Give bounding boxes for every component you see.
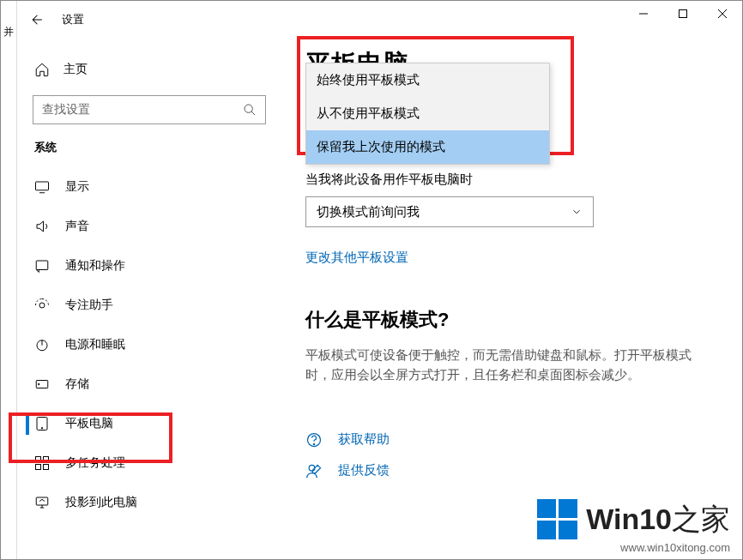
what-is-heading: 什么是平板模式?: [305, 307, 734, 333]
sidebar-item-label: 声音: [65, 219, 89, 234]
sidebar-item-label: 存储: [65, 376, 89, 392]
maximize-button[interactable]: [663, 1, 703, 27]
select-value: 切换模式前询问我: [317, 204, 420, 220]
dropdown-option-keep-last[interactable]: 保留我上次使用的模式: [306, 130, 549, 164]
sidebar-item-label: 平板电脑: [65, 416, 113, 431]
chevron-down-icon: [571, 206, 583, 218]
settings-window: 并 设置 主页 查找设置 系统 显示 声音: [0, 0, 743, 560]
sidebar-item-label: 显示: [65, 179, 89, 195]
tablet-mode-dropdown[interactable]: 始终使用平板模式 从不使用平板模式 保留我上次使用的模式: [305, 63, 550, 165]
home-label: 主页: [63, 62, 88, 77]
get-help-row[interactable]: 获取帮助: [305, 431, 734, 449]
dropdown-option-always[interactable]: 始终使用平板模式: [306, 63, 549, 97]
watermark-brand2: 之家: [672, 503, 730, 535]
multitask-icon: [34, 455, 50, 471]
sidebar-item-notifications[interactable]: 通知和操作: [26, 246, 283, 286]
what-is-body: 平板模式可使设备便于触控，而无需借助键盘和鼠标。打开平板模式时，应用会以全屏方式…: [305, 345, 700, 385]
watermark-brand1: Win10: [586, 503, 672, 535]
sublabel-when-tablet: 当我将此设备用作平板电脑时: [305, 172, 734, 188]
svg-point-8: [39, 383, 40, 385]
svg-point-17: [313, 443, 314, 444]
sidebar-item-multitask[interactable]: 多任务处理: [26, 443, 283, 483]
svg-rect-11: [36, 457, 41, 462]
back-button[interactable]: [17, 1, 55, 39]
display-icon: [34, 180, 50, 194]
watermark-url: www.win10xitong.com: [537, 541, 730, 554]
sidebar-item-label: 电源和睡眠: [65, 337, 125, 352]
sidebar-item-display[interactable]: 显示: [26, 167, 283, 207]
window-controls: [624, 1, 742, 27]
window-title: 设置: [62, 12, 84, 27]
svg-point-10: [41, 428, 43, 430]
svg-rect-15: [36, 497, 48, 505]
sidebar: 主页 查找设置 系统 显示 声音 通知和操作 专注助手 电源和睡眠: [17, 44, 283, 559]
feedback-link[interactable]: 提供反馈: [338, 462, 390, 479]
svg-point-2: [245, 105, 252, 112]
tablet-icon: [34, 416, 50, 431]
sidebar-item-power[interactable]: 电源和睡眠: [26, 325, 283, 364]
watermark-logo-icon: [537, 499, 577, 539]
sidebar-item-sound[interactable]: 声音: [26, 207, 283, 246]
feedback-row[interactable]: 提供反馈: [305, 462, 734, 479]
home-icon: [34, 62, 50, 77]
notifications-icon: [34, 258, 50, 274]
minimize-button[interactable]: [624, 1, 663, 27]
svg-rect-14: [44, 465, 49, 470]
switch-mode-select[interactable]: 切换模式前询问我: [305, 196, 594, 227]
close-button[interactable]: [703, 1, 742, 27]
svg-point-5: [39, 303, 45, 308]
left-stub: 并: [1, 1, 17, 559]
sidebar-item-label: 多任务处理: [65, 455, 125, 471]
svg-rect-4: [36, 261, 48, 270]
search-input[interactable]: 查找设置: [33, 95, 266, 124]
section-label: 系统: [26, 140, 283, 155]
watermark: Win10之家 www.win10xitong.com: [537, 499, 730, 554]
storage-icon: [34, 376, 50, 392]
more-tablet-settings-link[interactable]: 更改其他平板设置: [305, 250, 408, 266]
sidebar-item-storage[interactable]: 存储: [26, 364, 283, 404]
feedback-icon: [305, 462, 323, 479]
search-placeholder: 查找设置: [42, 102, 90, 117]
sidebar-item-label: 投影到此电脑: [65, 495, 137, 510]
help-icon: [305, 431, 323, 449]
project-icon: [34, 495, 50, 510]
back-arrow-icon: [28, 12, 44, 27]
sound-icon: [34, 219, 50, 234]
search-icon: [243, 103, 257, 117]
power-icon: [34, 337, 50, 352]
main-content: 平板电脑 始终使用平板模式 从不使用平板模式 保留我上次使用的模式 当我将此设备…: [305, 47, 734, 559]
home-nav[interactable]: 主页: [26, 52, 283, 87]
svg-point-18: [309, 465, 315, 471]
get-help-link[interactable]: 获取帮助: [338, 431, 390, 448]
svg-rect-12: [44, 457, 49, 462]
sidebar-item-label: 专注助手: [65, 298, 113, 313]
dropdown-option-never[interactable]: 从不使用平板模式: [306, 97, 549, 130]
svg-rect-13: [36, 465, 41, 470]
svg-rect-1: [680, 10, 687, 18]
svg-rect-3: [36, 182, 49, 190]
titlebar: 设置: [17, 1, 742, 39]
sidebar-item-label: 通知和操作: [65, 258, 125, 274]
sidebar-item-project[interactable]: 投影到此电脑: [26, 483, 283, 522]
sidebar-item-tablet[interactable]: 平板电脑: [26, 404, 283, 443]
sidebar-item-focus[interactable]: 专注助手: [26, 286, 283, 325]
focus-icon: [34, 298, 50, 313]
